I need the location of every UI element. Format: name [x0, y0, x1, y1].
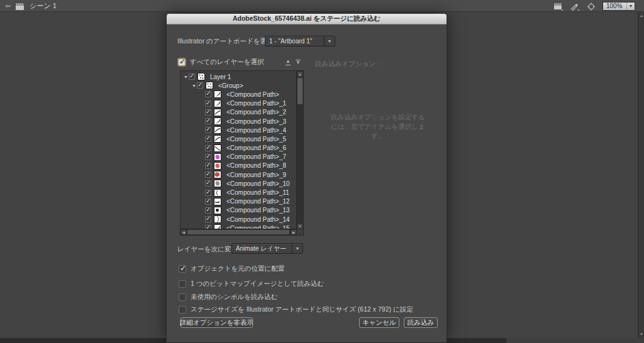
layer-visible-checkbox[interactable]: [205, 145, 211, 151]
layer-visible-checkbox[interactable]: [205, 154, 211, 160]
expander-triangle-icon[interactable]: ▼: [191, 84, 197, 88]
layer-visible-checkbox[interactable]: [205, 163, 211, 169]
layer-tree-row[interactable]: <Compound Path>_9: [180, 170, 297, 179]
tree-vertical-scrollbar[interactable]: ▲ ▼: [296, 71, 303, 229]
place-objects-original-position-checkbox-row[interactable]: オブジェクトを元の位置に配置: [179, 264, 284, 273]
app-vertical-scrollbar[interactable]: ▲ ▼: [638, 12, 644, 338]
chevron-down-icon[interactable]: ▼: [324, 36, 335, 46]
layer-tree-row[interactable]: <Compound Path>: [180, 90, 297, 99]
move-down-icon[interactable]: ▼: [295, 59, 301, 66]
layer-thumbnail: [214, 189, 221, 197]
import-as-single-bitmap-checkbox[interactable]: [179, 280, 186, 288]
select-all-layers-checkbox[interactable]: [178, 58, 186, 66]
scroll-down-icon[interactable]: ▼: [640, 332, 643, 336]
edit-scene-icon[interactable]: [553, 2, 564, 10]
convert-layers-dropdown[interactable]: Animate レイヤー ▼: [231, 243, 303, 254]
convert-layers-value: Animate レイヤー: [232, 244, 292, 253]
artboard-select-value: 1 - "Artboard 1": [265, 38, 324, 45]
import-unused-symbols-checkbox[interactable]: [179, 293, 186, 301]
layer-label: <Compound Path>_10: [226, 180, 290, 187]
layer-visible-checkbox[interactable]: [205, 199, 211, 205]
chevron-down-icon[interactable]: ▼: [626, 3, 635, 10]
import-options-header: 読み込みオプション :: [315, 60, 379, 68]
layer-tree-row[interactable]: <Compound Path>_13: [180, 206, 297, 215]
place-objects-original-position-checkbox[interactable]: [179, 265, 186, 273]
layer-tree-row[interactable]: <Compound Path>_8: [180, 161, 297, 170]
layer-tree-row[interactable]: <Compound Path>_6: [180, 144, 297, 153]
vertical-scroll-thumb[interactable]: [297, 78, 303, 104]
layer-label: <Compound Path>_9: [226, 172, 286, 178]
checkbox-label: 1 つのビットマップイメージとして読み込む: [191, 280, 324, 288]
edit-symbols-icon[interactable]: [570, 2, 580, 10]
layer-visible-checkbox[interactable]: [205, 127, 211, 133]
import-ai-dialog: AdobeStock_65746438.ai をステージに読み込む Illust…: [166, 14, 447, 343]
dialog-titlebar[interactable]: AdobeStock_65746438.ai をステージに読み込む: [167, 14, 447, 24]
dialog-title: AdobeStock_65746438.ai をステージに読み込む: [233, 14, 380, 23]
cancel-button[interactable]: キャンセル: [359, 317, 399, 328]
scroll-down-icon[interactable]: ▼: [297, 223, 303, 229]
checkbox-label: 未使用のシンボルを読み込む: [191, 293, 277, 302]
layer-visible-checkbox[interactable]: [205, 109, 211, 116]
expander-triangle-icon[interactable]: ▼: [183, 75, 189, 79]
layer-thumbnail: [214, 126, 221, 134]
import-button[interactable]: 読み込み: [404, 317, 438, 328]
layer-tree-row[interactable]: <Compound Path>_12: [180, 197, 297, 206]
layer-tree-row[interactable]: <Compound Path>_1: [180, 99, 297, 108]
scroll-up-icon[interactable]: ▲: [640, 14, 643, 18]
layer-visible-checkbox[interactable]: [189, 74, 195, 80]
layer-visible-checkbox[interactable]: [205, 91, 211, 97]
layer-tree-row[interactable]: <Compound Path>_7: [180, 153, 297, 161]
select-all-layers-row[interactable]: すべてのレイヤーを選択: [178, 58, 264, 67]
layer-tree-row[interactable]: ▼Layer 1: [180, 72, 297, 81]
artboard-select-dropdown[interactable]: 1 - "Artboard 1" ▼: [265, 36, 335, 46]
layer-visible-checkbox[interactable]: [205, 136, 211, 142]
layer-tree-row[interactable]: <Compound Path>_11: [180, 188, 297, 197]
horizontal-scroll-thumb[interactable]: [187, 230, 289, 234]
layer-visible-checkbox[interactable]: [205, 101, 211, 107]
chevron-down-icon[interactable]: ▼: [292, 244, 303, 253]
layer-tree-row[interactable]: <Compound Path>_14: [180, 215, 297, 224]
layer-thumbnail: [214, 135, 221, 143]
layer-tree-row[interactable]: <Compound Path>_15: [180, 224, 297, 229]
layer-label: <Compound Path>_1: [226, 100, 286, 107]
layer-label: <Compound Path>_13: [226, 207, 290, 214]
scroll-right-icon[interactable]: ▶: [291, 229, 297, 235]
layer-thumbnail: [214, 224, 221, 229]
layer-visible-checkbox[interactable]: [205, 190, 211, 196]
layer-visible-checkbox[interactable]: [197, 82, 203, 89]
layer-label: <Compound Path>_12: [226, 198, 290, 205]
layer-thumbnail: [214, 215, 221, 223]
layer-tree-row[interactable]: <Compound Path>_2: [180, 108, 297, 117]
layer-visible-checkbox[interactable]: [205, 180, 211, 187]
layer-visible-checkbox[interactable]: [205, 207, 211, 214]
artboard-select-label: Illustrator のアートボードを選択 :: [177, 37, 277, 46]
set-stage-size-checkbox[interactable]: [179, 306, 186, 313]
back-arrow-icon[interactable]: ⬅: [5, 3, 11, 9]
scroll-up-icon[interactable]: ▲: [297, 71, 303, 77]
layer-visible-checkbox[interactable]: [205, 118, 211, 124]
toggle-advanced-options-button[interactable]: 詳細オプションを非表示: [180, 317, 253, 328]
layer-label: <Compound Path>: [226, 91, 279, 98]
layer-label: <Compound Path>_11: [226, 189, 289, 196]
set-stage-size-checkbox-row[interactable]: ステージサイズを Illustrator アートボードと同じサイズ (612 x…: [179, 305, 413, 314]
tree-horizontal-scrollbar[interactable]: ◀ ▶: [180, 229, 297, 235]
checkbox-label: オブジェクトを元の位置に配置: [191, 264, 284, 273]
center-frame-icon[interactable]: [586, 2, 596, 10]
layer-visible-checkbox[interactable]: [205, 216, 211, 222]
layer-tree-row[interactable]: ▼<Group>: [180, 81, 297, 90]
layer-label: <Compound Path>_2: [226, 109, 286, 116]
layer-visible-checkbox[interactable]: [205, 172, 211, 178]
layer-tree-row[interactable]: <Compound Path>_10: [180, 179, 297, 188]
horizontal-scroll-thumb[interactable]: [506, 338, 644, 343]
move-up-icon[interactable]: ▲: [285, 59, 291, 66]
zoom-select[interactable]: 100% ▼: [602, 2, 635, 11]
layer-tree-row[interactable]: <Compound Path>_5: [180, 134, 297, 143]
import-unused-symbols-checkbox-row[interactable]: 未使用のシンボルを読み込む: [179, 293, 277, 302]
layer-label: <Compound Path>_7: [226, 153, 286, 160]
layer-thumbnail: [214, 171, 221, 178]
layer-tree-row[interactable]: <Compound Path>_4: [180, 126, 297, 134]
import-as-single-bitmap-checkbox-row[interactable]: 1 つのビットマップイメージとして読み込む: [179, 280, 324, 288]
scroll-left-icon[interactable]: ◀: [180, 229, 187, 235]
layer-thumbnail: [214, 90, 221, 98]
layer-tree-row[interactable]: <Compound Path>_3: [180, 117, 297, 126]
